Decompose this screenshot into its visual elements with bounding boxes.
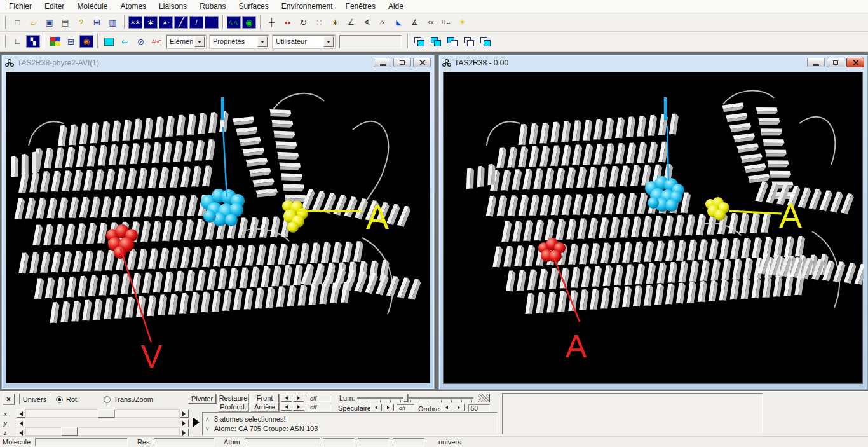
menu-item-editer[interactable]: Editer xyxy=(38,0,71,13)
menu-item-fen-tres[interactable]: Fenêtres xyxy=(339,0,382,13)
x-scroll-right[interactable] xyxy=(180,409,189,418)
cone-pick-icon[interactable]: ◣ xyxy=(391,15,406,29)
tile-pattern-icon[interactable]: ▚ xyxy=(26,35,40,48)
close-button[interactable] xyxy=(846,58,864,67)
rotation-radio[interactable]: Rot. xyxy=(56,395,79,403)
overlap-select-1-icon[interactable] xyxy=(412,35,427,48)
radio-unselected-icon[interactable] xyxy=(104,396,111,403)
elements-dropdown[interactable]: Eléments xyxy=(166,35,206,48)
message-log[interactable]: ∧8 atomes selectionnes! ∨Atome: CA 705 G… xyxy=(202,412,498,436)
lum-slider-thumb[interactable] xyxy=(403,394,408,402)
trans-zoom-radio[interactable]: Trans./Zoom xyxy=(104,395,153,403)
chevron-down-icon[interactable] xyxy=(257,36,268,47)
menu-item-fichier[interactable]: Fichier xyxy=(3,0,38,13)
window-tas2r38-phyre2[interactable]: TAS2R38-phyre2-AVI(1) I A V xyxy=(1,55,435,389)
radio-selected-icon[interactable] xyxy=(56,396,63,403)
arriere-decrease-button[interactable] xyxy=(281,403,292,411)
utilisateur-dropdown[interactable]: Utilisateur xyxy=(273,35,335,48)
front-decrease-button[interactable] xyxy=(281,394,292,402)
rotate-fragment-icon[interactable]: ↻ xyxy=(296,15,311,29)
front-button[interactable]: Front xyxy=(250,394,279,402)
new-file-icon[interactable]: □ xyxy=(10,15,25,29)
cyan-swatch-icon[interactable] xyxy=(102,34,116,48)
color-quadrants-icon[interactable] xyxy=(48,35,62,48)
line-pick-icon[interactable]: ∕x xyxy=(376,15,390,29)
panel-close-button[interactable]: × xyxy=(3,394,15,404)
tile-windows-icon[interactable]: ⊞ xyxy=(90,15,104,29)
slope-pick-icon[interactable]: ∡ xyxy=(407,15,422,29)
menu-item-mol-cule[interactable]: Molécule xyxy=(71,0,114,13)
molecule-viewport-right[interactable]: I A A xyxy=(443,72,863,384)
wireframe-mode-icon[interactable]: ∗ xyxy=(144,16,158,29)
menu-item-surfaces[interactable]: Surfaces xyxy=(233,0,275,13)
thick-bond-mode-icon[interactable]: ╱ xyxy=(174,16,188,29)
restore-button[interactable] xyxy=(393,58,411,67)
minimize-button[interactable] xyxy=(374,58,391,67)
toolbar-grip[interactable] xyxy=(3,35,6,48)
molecule-viewport-left[interactable]: I A V xyxy=(6,72,430,383)
x-scroll-left[interactable] xyxy=(17,409,25,418)
x-scroll-thumb[interactable] xyxy=(98,409,114,418)
menu-item-aide[interactable]: Aide xyxy=(382,0,410,13)
y-scroll-right[interactable] xyxy=(180,419,189,427)
menu-item-atomes[interactable]: Atomes xyxy=(114,0,153,13)
open-folder-icon[interactable]: ▱ xyxy=(26,15,41,29)
axes-icon[interactable]: ∟ xyxy=(10,34,25,48)
window-titlebar[interactable]: TAS2R38-phyre2-AVI(1) xyxy=(2,55,434,70)
toolbar-grip[interactable] xyxy=(3,16,6,29)
thin-bond-mode-icon[interactable]: / xyxy=(189,16,203,29)
front-increase-button[interactable] xyxy=(293,394,304,402)
window-tas2r38[interactable]: TAS2R38 - 0.00 I A A xyxy=(438,55,868,390)
abc-label-icon[interactable]: AbC xyxy=(149,34,164,48)
cpk-atoms-icon[interactable]: ●● xyxy=(280,15,295,29)
y-scroll-left[interactable] xyxy=(17,419,25,427)
layers-list-icon[interactable]: ▥ xyxy=(105,15,120,29)
texture-swatch-button[interactable] xyxy=(478,394,490,402)
label-box-icon[interactable]: ⊟ xyxy=(64,34,78,48)
arriere-button[interactable]: Arrière xyxy=(250,402,279,411)
window-titlebar[interactable]: TAS2R38 - 0.00 xyxy=(439,55,867,70)
arriere-increase-button[interactable] xyxy=(293,403,304,411)
solid-mode-icon[interactable] xyxy=(205,16,219,29)
flash-select-icon[interactable]: ☀ xyxy=(455,15,470,29)
help-icon[interactable]: ? xyxy=(74,15,88,29)
toolbar-text-input[interactable] xyxy=(339,35,402,48)
dot-ball-icon[interactable]: ◉ xyxy=(79,35,93,48)
minimize-button[interactable] xyxy=(807,58,825,67)
ombre-decrease-button[interactable] xyxy=(441,404,452,411)
speculaire-decrease-button[interactable] xyxy=(370,404,382,411)
print-icon[interactable]: ▤ xyxy=(58,15,72,29)
measure-torsion-icon[interactable]: ∢ xyxy=(360,15,374,29)
chevron-down-icon[interactable] xyxy=(323,36,334,47)
restaure-button[interactable]: Restaure xyxy=(218,394,248,402)
spacefill-mode-icon[interactable]: ∗∗ xyxy=(128,16,142,29)
y-scroll-thumb[interactable] xyxy=(61,427,78,436)
x-scrollbar[interactable] xyxy=(25,409,180,418)
chevron-down-icon[interactable] xyxy=(194,36,205,47)
speculaire-increase-button[interactable] xyxy=(383,404,394,411)
overlap-select-4-icon[interactable] xyxy=(461,35,477,48)
overlap-select-3-icon[interactable] xyxy=(445,35,460,48)
proprietes-dropdown[interactable]: Propriétés xyxy=(210,35,269,48)
scroll-down-icon[interactable]: ∨ xyxy=(205,425,214,432)
pivoter-button[interactable]: Pivoter xyxy=(188,394,216,404)
import-arrow-icon[interactable]: ⇐ xyxy=(118,34,132,48)
overlap-select-5-icon[interactable] xyxy=(478,35,493,48)
center-view-icon[interactable]: ┼ xyxy=(264,15,279,29)
restore-button[interactable] xyxy=(827,58,844,67)
no-highlight-icon[interactable]: ⊘ xyxy=(133,34,148,48)
y-scrollbar[interactable] xyxy=(25,427,180,436)
menu-item-environnement[interactable]: Environnement xyxy=(275,0,339,13)
save-icon[interactable]: ▣ xyxy=(42,15,57,29)
overlap-select-2-icon[interactable] xyxy=(428,35,444,48)
grid-select-icon[interactable]: ∷ xyxy=(312,15,327,29)
ribbon-mode-icon[interactable]: ∿∿ xyxy=(227,16,241,29)
hbond-distance-icon[interactable]: H↔ xyxy=(439,15,454,29)
scroll-up-icon[interactable]: ∧ xyxy=(205,416,214,422)
lum-slider[interactable] xyxy=(357,397,473,399)
ombre-increase-button[interactable] xyxy=(453,404,465,411)
close-button[interactable] xyxy=(413,58,431,67)
measure-angle-icon[interactable]: ∠ xyxy=(344,15,358,29)
menu-item-liaisons[interactable]: Liaisons xyxy=(153,0,193,13)
measure-distance-icon[interactable]: ∗ xyxy=(328,15,342,29)
